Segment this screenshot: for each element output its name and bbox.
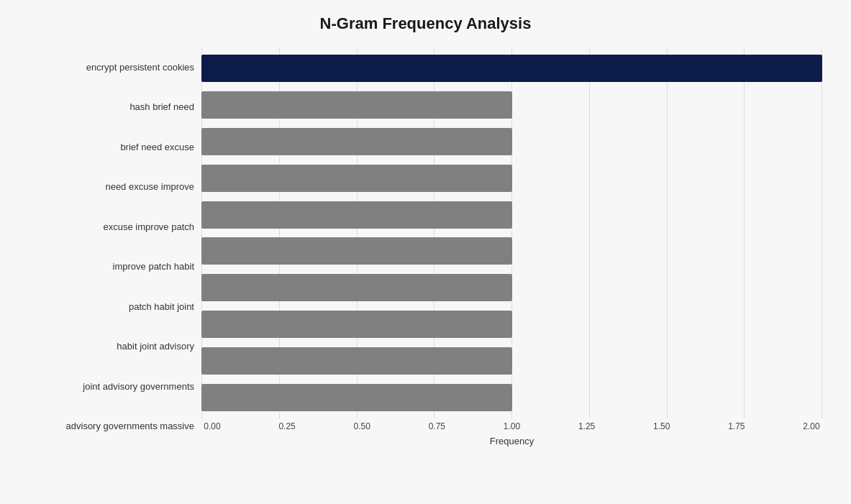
bar [201, 91, 512, 119]
x-tick: 0.75 [426, 421, 447, 431]
y-label: improve patch habit [113, 261, 194, 272]
chart-area: encrypt persistent cookieshash brief nee… [29, 47, 822, 446]
grid-and-bars [201, 47, 822, 418]
y-label: brief need excuse [120, 142, 194, 153]
bar-row [201, 160, 822, 196]
bar [201, 165, 512, 192]
bar [201, 347, 512, 375]
bar-row [201, 87, 822, 124]
x-axis-label: Frequency [201, 436, 822, 446]
bar [201, 384, 512, 411]
y-label: patch habit joint [129, 301, 194, 313]
x-tick: 1.75 [726, 421, 747, 431]
bars-wrapper [201, 47, 822, 418]
x-tick: 2.00 [801, 421, 822, 431]
bar-row [201, 379, 822, 416]
x-tick: 1.00 [501, 421, 523, 431]
chart-title: N-Gram Frequency Analysis [320, 14, 532, 33]
x-tick: 0.00 [201, 421, 223, 431]
bar-row [201, 233, 822, 270]
bar-row [201, 306, 822, 343]
bar [201, 311, 512, 338]
bar [201, 128, 512, 155]
bar [201, 274, 512, 301]
y-label: advisory governments massive [66, 421, 194, 432]
y-labels: encrypt persistent cookieshash brief nee… [29, 47, 201, 446]
bar-row [201, 124, 822, 160]
x-tick: 1.50 [651, 421, 673, 431]
x-ticks: 0.000.250.500.751.001.251.501.752.00 [201, 421, 822, 431]
bar-row [201, 270, 822, 306]
y-label: excuse improve patch [104, 221, 194, 233]
bars-and-grid: 0.000.250.500.751.001.251.501.752.00 Fre… [201, 47, 822, 446]
bar-row [201, 50, 822, 87]
x-tick: 0.50 [351, 421, 373, 431]
x-axis: 0.000.250.500.751.001.251.501.752.00 Fre… [201, 421, 822, 446]
bar-row [201, 342, 822, 379]
y-label: encrypt persistent cookies [86, 62, 194, 73]
x-tick: 1.25 [576, 421, 598, 431]
bar [201, 201, 512, 229]
x-tick: 0.25 [276, 421, 298, 431]
y-label: need excuse improve [105, 181, 194, 193]
y-label: habit joint advisory [117, 341, 194, 352]
chart-container: N-Gram Frequency Analysis encrypt persis… [0, 0, 851, 504]
bar [201, 237, 512, 265]
y-label: hash brief need [129, 101, 194, 113]
bar-row [201, 196, 822, 233]
y-label: joint advisory governments [83, 381, 194, 393]
bar [201, 55, 822, 82]
